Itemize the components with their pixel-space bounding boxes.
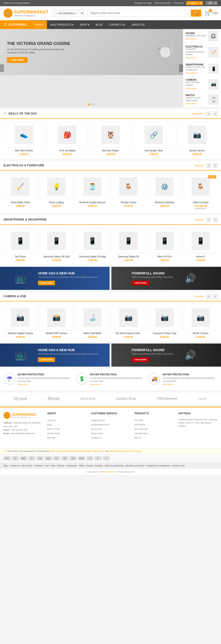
bottom-link-checkout[interactable]: Checkout (34, 464, 43, 467)
footer-tag-sports[interactable]: Sports (205, 422, 211, 424)
category-dropdown[interactable]: --- All Categories --- (52, 10, 84, 16)
bottom-link-furniture[interactable]: Furniture (95, 464, 103, 467)
trust-link-3[interactable]: View More » (163, 383, 174, 386)
nav-item-blog[interactable]: BLOG (93, 20, 106, 29)
trust-link-1[interactable]: View More » (18, 383, 29, 386)
trust-link-2[interactable]: View More » (90, 383, 102, 386)
nav-item-sale[interactable]: SALE PRODUCTS ▾ (47, 20, 77, 29)
categories-button[interactable]: ☰ CATEGORIES (0, 20, 31, 29)
language-selector[interactable]: English ~ (186, 1, 203, 5)
deals-next-button[interactable]: › (213, 111, 218, 116)
footer-customer-link-1[interactable]: Shipping Policy (91, 419, 105, 422)
footer-tag-samsung[interactable]: samsung (209, 418, 217, 421)
electrolux-prev-button[interactable]: ‹ (207, 163, 211, 168)
camera-product-6[interactable]: 📷 Benko Camera £168.00 (184, 305, 218, 338)
nav-item-contact[interactable]: CONTACT US (106, 20, 129, 29)
footer-customer-link-3[interactable]: My Account (91, 428, 102, 430)
camera-prev-button[interactable]: ‹ (207, 294, 211, 298)
smartphone-product-6[interactable]: 📱 Iphone 5 £168.00 (184, 228, 218, 262)
brand-absolute[interactable]: absolute (81, 397, 96, 400)
banner-right-2-button[interactable]: VIEW MORE (132, 357, 149, 362)
banner-right-2[interactable]: POWERFULL SOUND Width DJ Monitoring Styl… (111, 344, 221, 366)
banner-left-2[interactable]: 📺 HOME HAS A NEW HUB The Family Hub is a… (0, 344, 110, 366)
hero-cta-button[interactable]: VIEW MORE (7, 57, 28, 63)
hero-side-sound[interactable]: SOUND Headphone CDs 4000 View More » 🎧 (183, 29, 221, 43)
brand-rose[interactable]: rosé (198, 396, 207, 401)
nav-item-about[interactable]: ABOUT US (129, 20, 148, 29)
brand-nicole[interactable]: Nicole (48, 396, 60, 401)
brand-lily-pond[interactable]: lily pond (14, 396, 27, 401)
smartphone-product-2[interactable]: 📱 Samsung Galaxy S6 Gold £168.00 (40, 228, 73, 262)
bottom-link-wishlist[interactable]: Wishlist (57, 464, 64, 467)
search-button[interactable]: 🔍 (191, 10, 201, 16)
nav-item-shop[interactable]: SHOP ▾ (77, 20, 92, 29)
hero-side-electrolux[interactable]: ELECTROLUX ECH41200 EasySense Vacuum Cle… (183, 43, 221, 61)
smartphone-product-3[interactable]: 📱 Samsung Galaxy S6 edge £168.00 (75, 228, 109, 262)
bottom-link-office[interactable]: Office (79, 464, 84, 467)
electrolux-product-5[interactable]: ⚙️ Electrolux Machine £250.00 (148, 174, 182, 210)
footer-products-link-1[interactable]: My Order (135, 419, 143, 422)
footer-about-link-3[interactable]: Terms Of Use (47, 428, 60, 430)
hero-next-button[interactable]: › (179, 64, 183, 72)
improve-program-link[interactable]: Join our Customer Experience Improvement… (51, 450, 105, 452)
banner-left-2-button[interactable]: SHOP NOW (38, 357, 55, 362)
banner-left-1-button[interactable]: SHOP NOW (38, 281, 55, 285)
camera-view-all[interactable]: View all » (195, 295, 205, 298)
hero-side-smartphone[interactable]: SMARTPHONE Solution for your Acer Smartp… (183, 61, 221, 76)
footer-about-link-1[interactable]: About Us (47, 419, 56, 422)
electrolux-product-4[interactable]: 🪑 Wooden Chairs £230.00 (112, 174, 146, 210)
footer-logo[interactable]: 🛒 SUPERMARKET Wholesale Marketplace (3, 412, 43, 419)
banner-right-1[interactable]: POWERFULL SOUND Width DJ Monitoring Styl… (111, 267, 221, 290)
deal-product-2[interactable]: 🎒 Turnt Up Adidas £168.00 (47, 122, 88, 156)
footer-customer-link-2[interactable]: Compensation First (91, 424, 109, 426)
register-login-link[interactable]: Register or Login (134, 2, 152, 4)
smartphone-product-4[interactable]: 📱 Samsung Galaxy S5 £168.00 (112, 228, 146, 262)
hero-dot-2[interactable] (91, 104, 93, 105)
deals-prev-button[interactable]: ‹ (207, 111, 211, 116)
camera-product-1[interactable]: 📷 Hikvision Digital Camera £168.00 (3, 305, 37, 338)
deal-product-3[interactable]: 🦉 Bird Key Hanger £168.00 (90, 122, 131, 156)
bottom-link-beauty[interactable]: Beauty (86, 464, 93, 467)
deal-product-4[interactable]: 🔗 Key Hanger Steel £168.00 (133, 122, 174, 156)
footer-tag-shoes[interactable]: Shoes (178, 422, 184, 424)
currency-selector[interactable]: GBP (206, 1, 218, 5)
footer-about-link-4[interactable]: Privacy Policy (47, 432, 60, 434)
banner-left-1[interactable]: 📺 HOME HAS A NEW HUB The Family Hub is a… (0, 267, 110, 290)
bottom-link-blog[interactable]: Blog (3, 464, 7, 467)
bottom-link-smartphone[interactable]: smartphone & headphone (146, 464, 170, 467)
electrolux-product-6[interactable]: 🪑 SALE! Office Furniture £19,000.00 £30,… (184, 174, 218, 210)
electrolux-product-3[interactable]: 🫙 Brushroll Upright Vacuum £750.00 (75, 174, 109, 210)
improve-feedback-link[interactable]: tell us what you think of this page? (110, 450, 142, 452)
camera-product-5[interactable]: 📷 Camera Ip Turkey Type £168.00 (148, 305, 182, 338)
deal-product-5[interactable]: 📷 Benko Camera £168.00 (177, 122, 218, 156)
camera-product-2[interactable]: 📸 Vantech Wifi Camera £568.00 (40, 305, 73, 338)
bottom-link-contact[interactable]: Contact Us (9, 464, 20, 467)
footer-about-link-2[interactable]: Blog (47, 424, 51, 426)
copyright-link[interactable]: KulaThemes (103, 471, 115, 473)
brand-garden-trust[interactable]: Garden Trust (116, 396, 136, 401)
checkout-link[interactable]: Checkout (174, 2, 184, 4)
smartphone-prev-button[interactable]: ‹ (207, 217, 211, 222)
footer-about-link-5[interactable]: Site Map (47, 437, 55, 439)
search-input[interactable] (87, 10, 191, 16)
smartphone-product-5[interactable]: 📱 Moto G4 Plus £168.00 (148, 228, 182, 262)
footer-products-link-2[interactable]: My Wishlist (135, 424, 145, 426)
footer-tag-motorola[interactable]: Motorola (194, 418, 202, 421)
footer-customer-link-4[interactable]: Return Policy (91, 432, 103, 434)
bottom-link-camera[interactable]: camera & usb (172, 464, 185, 467)
footer-tag-toshiba[interactable]: Toshiba (178, 425, 186, 427)
bottom-link-electrolux[interactable]: electrolux & furniture (125, 464, 145, 467)
camera-next-button[interactable]: › (213, 294, 218, 298)
footer-customer-link-5[interactable]: Contact Us (91, 437, 101, 439)
deal-product-1[interactable]: 👟 Nike Sport Shoes £168.00 (3, 122, 44, 156)
footer-products-link-3[interactable]: My Credit Slip (135, 428, 148, 430)
footer-products-link-5[interactable]: New In (135, 437, 141, 439)
nav-item-home[interactable]: HOME ▾ (31, 20, 47, 29)
footer-tag-lingling[interactable]: Lingling (178, 418, 186, 421)
camera-product-3[interactable]: 🍶 Water Gold Bottle £168.00 (75, 305, 109, 338)
footer-tag-monitor[interactable]: monitor (187, 418, 193, 421)
hero-dot-1[interactable] (88, 104, 90, 105)
smartphone-view-all[interactable]: View all » (195, 218, 205, 221)
smartphone-product-1[interactable]: 📱 Sky Phone £450.00 (3, 228, 37, 262)
electrolux-product-2[interactable]: 💡 Home Lingting £420.00 (40, 174, 73, 210)
